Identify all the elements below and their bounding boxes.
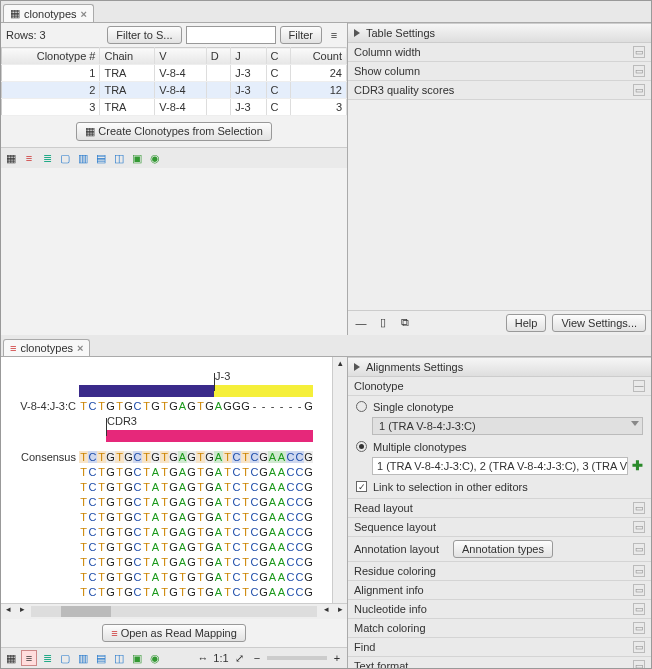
expand-icon[interactable]: ▭ <box>633 46 645 58</box>
settings-row[interactable]: Text format▭ <box>348 657 651 669</box>
settings-row-label: Alignment info <box>354 584 424 596</box>
settings-row[interactable]: Sequence layout▭ <box>348 518 651 537</box>
col-chain[interactable]: Chain <box>100 48 155 65</box>
heatmap-icon[interactable]: ▣ <box>129 650 145 666</box>
scatter-icon[interactable]: ◫ <box>111 650 127 666</box>
close-icon[interactable]: × <box>77 342 83 354</box>
tab-label: clonotypes <box>24 8 77 20</box>
sequence-icon[interactable]: ≡ <box>21 650 37 666</box>
aln-icon-strip: ▦ ≡ ≣ ▢ ▥ ▤ ◫ ▣ ◉ ↔ 1:1 ⤢ − + <box>1 647 347 668</box>
fit-width-icon[interactable]: ↔ <box>195 650 211 666</box>
annotation-types-button[interactable]: Annotation types <box>453 540 553 558</box>
add-clonotype-icon[interactable]: ✚ <box>632 458 643 473</box>
settings-row[interactable]: CDR3 quality scores▭ <box>348 81 651 100</box>
col-d[interactable]: D <box>206 48 231 65</box>
expand-icon[interactable]: ▭ <box>633 622 645 634</box>
barchart-icon[interactable]: ▥ <box>75 650 91 666</box>
settings-row[interactable]: Nucleotide info▭ <box>348 600 651 619</box>
expand-icon[interactable]: ▭ <box>633 84 645 96</box>
h-scrollbar[interactable]: ◂ ▸ ◂ ▸ <box>1 603 347 619</box>
align-icon[interactable]: ≣ <box>39 650 55 666</box>
filter-input[interactable] <box>186 26 276 44</box>
grid-icon[interactable]: ▦ <box>3 650 19 666</box>
zoom-fit-icon[interactable]: ⤢ <box>231 650 247 666</box>
venn-icon[interactable]: ◉ <box>147 150 163 166</box>
settings-row[interactable]: Read layout▭ <box>348 499 651 518</box>
expand-icon[interactable]: ▭ <box>633 502 645 514</box>
filter-menu-icon[interactable]: ≡ <box>326 27 342 43</box>
settings-row-label: Match coloring <box>354 622 426 634</box>
zoom-out-icon[interactable]: − <box>249 650 265 666</box>
settings-row[interactable]: Alignment info▭ <box>348 581 651 600</box>
zoom-in-icon[interactable]: + <box>329 650 345 666</box>
filter-button[interactable]: Filter <box>280 26 322 44</box>
table-row[interactable]: 3TRAV-8-4J-3C3 <box>2 99 347 116</box>
v-scrollbar[interactable]: ▴ <box>332 357 347 604</box>
venn-icon[interactable]: ◉ <box>147 650 163 666</box>
table-settings-header[interactable]: Table Settings <box>348 23 651 43</box>
settings-row[interactable]: Show column▭ <box>348 62 651 81</box>
settings-row-label: Residue coloring <box>354 565 436 577</box>
col-v[interactable]: V <box>155 48 206 65</box>
expand-icon[interactable]: ▭ <box>633 565 645 577</box>
link-selection-checkbox[interactable]: ✓ <box>356 481 367 492</box>
expand-icon[interactable]: ▭ <box>633 521 645 533</box>
settings-row[interactable]: Residue coloring▭ <box>348 562 651 581</box>
barchart-icon[interactable]: ▥ <box>75 150 91 166</box>
col-c[interactable]: C <box>266 48 291 65</box>
chart-icon[interactable]: ▢ <box>57 650 73 666</box>
copy-icon[interactable]: ⧉ <box>397 315 413 331</box>
close-icon[interactable]: × <box>81 8 87 20</box>
chevron-down-icon <box>631 421 639 426</box>
expand-icon[interactable]: ▭ <box>633 603 645 615</box>
table-row[interactable]: 2TRAV-8-4J-3C12 <box>2 82 347 99</box>
filter-to-selection-button[interactable]: Filter to S... <box>107 26 181 44</box>
col-clonotype[interactable]: Clonotype # <box>2 48 100 65</box>
barchart2-icon[interactable]: ▤ <box>93 650 109 666</box>
settings-row-label: Show column <box>354 65 420 77</box>
expand-icon[interactable]: ▭ <box>633 65 645 77</box>
sequence-icon[interactable]: ≡ <box>21 150 37 166</box>
expand-icon[interactable]: ▭ <box>633 584 645 596</box>
scatter-icon[interactable]: ◫ <box>111 150 127 166</box>
grid-icon[interactable]: ▦ <box>3 150 19 166</box>
multiple-clonotypes-input[interactable]: 1 (TRA V-8-4:J-3:C), 2 (TRA V-8-4:J-3:C)… <box>372 457 628 475</box>
align-icon[interactable]: ≣ <box>39 150 55 166</box>
collapse-icon[interactable]: — <box>353 315 369 331</box>
alignment-icon: ≡ <box>111 627 117 639</box>
expand-icon[interactable]: ▭ <box>633 641 645 653</box>
chart-icon[interactable]: ▢ <box>57 150 73 166</box>
tab-clonotypes-top[interactable]: ▦ clonotypes × <box>3 4 94 22</box>
help-button[interactable]: Help <box>506 314 547 332</box>
expand-icon[interactable]: ▭ <box>633 660 645 669</box>
settings-row[interactable]: Match coloring▭ <box>348 619 651 638</box>
alignment-icon: ≡ <box>10 342 16 354</box>
table-row[interactable]: 1TRAV-8-4J-3C24 <box>2 65 347 82</box>
table-icon: ▦ <box>85 125 95 137</box>
annotation-layout-row[interactable]: Annotation layout Annotation types ▭ <box>348 537 651 562</box>
zoom-slider[interactable] <box>267 656 327 660</box>
settings-row-label: CDR3 quality scores <box>354 84 454 96</box>
col-j[interactable]: J <box>231 48 266 65</box>
table-settings-title: Table Settings <box>366 27 435 39</box>
expand-icon[interactable]: ▭ <box>633 543 645 555</box>
single-clonotype-radio[interactable] <box>356 401 367 412</box>
open-read-mapping-label: Open as Read Mapping <box>121 627 237 639</box>
view-settings-button[interactable]: View Settings... <box>552 314 646 332</box>
tab-clonotypes-bottom[interactable]: ≡ clonotypes × <box>3 339 90 356</box>
alignments-settings-header[interactable]: Alignments Settings <box>348 357 651 377</box>
barchart2-icon[interactable]: ▤ <box>93 150 109 166</box>
clonotype-label: Clonotype <box>354 380 404 392</box>
clonotype-section[interactable]: Clonotype — <box>348 377 651 396</box>
col-count[interactable]: Count <box>291 48 347 65</box>
settings-row[interactable]: Find▭ <box>348 638 651 657</box>
collapse-icon[interactable]: — <box>633 380 645 392</box>
heatmap-icon[interactable]: ▣ <box>129 150 145 166</box>
create-clonotypes-button[interactable]: ▦ Create Clonotypes from Selection <box>76 122 272 141</box>
zoom-11-icon[interactable]: 1:1 <box>213 650 229 666</box>
multiple-clonotypes-radio[interactable] <box>356 441 367 452</box>
alignment-view[interactable]: ▴ J-3V-8-4:J-3:CTCTGTGCTGTGAGTGAGGG-----… <box>1 357 347 604</box>
settings-row[interactable]: Column width▭ <box>348 43 651 62</box>
open-read-mapping-button[interactable]: ≡ Open as Read Mapping <box>102 624 246 642</box>
doc-icon[interactable]: ▯ <box>375 315 391 331</box>
